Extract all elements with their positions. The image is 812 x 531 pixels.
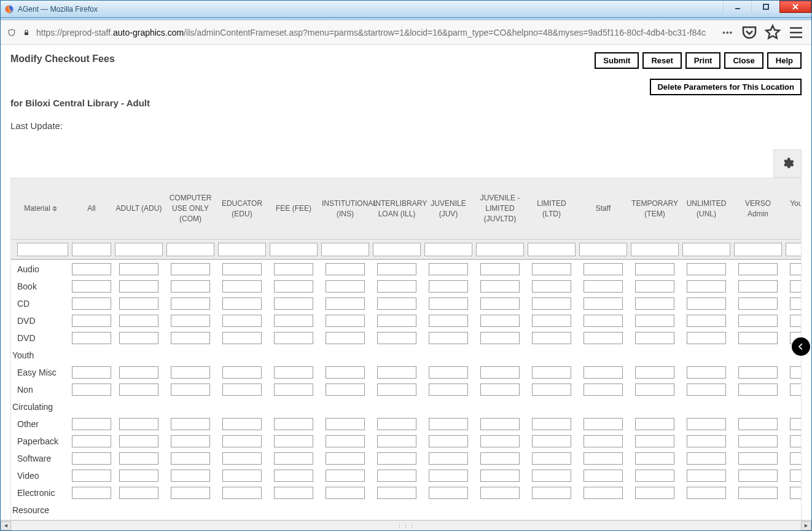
fee-input[interactable] (377, 280, 416, 293)
fee-input[interactable] (532, 452, 571, 465)
fee-input[interactable] (429, 297, 468, 310)
fee-input[interactable] (119, 280, 158, 293)
fee-input[interactable] (119, 418, 158, 430)
fee-input[interactable] (171, 418, 210, 430)
fee-input[interactable] (584, 418, 623, 430)
fee-input[interactable] (790, 315, 802, 327)
fee-input[interactable] (222, 435, 262, 447)
fee-input[interactable] (532, 487, 571, 499)
fee-input[interactable] (377, 418, 416, 430)
fee-input[interactable] (377, 263, 416, 275)
fee-input[interactable] (222, 487, 262, 499)
hamburger-menu-icon[interactable] (787, 23, 805, 42)
close-window-button[interactable] (779, 1, 811, 13)
fee-input[interactable] (584, 452, 623, 465)
column-header[interactable]: Young Adult (YA) (784, 178, 802, 240)
fee-input[interactable] (532, 315, 571, 327)
fee-input[interactable] (119, 452, 158, 465)
fee-input[interactable] (429, 366, 468, 379)
fee-input[interactable] (171, 487, 210, 499)
fee-input[interactable] (171, 452, 210, 465)
page-actions-icon[interactable]: ••• (720, 28, 735, 37)
delete-parameters-button[interactable]: Delete Parameters for This Location (650, 79, 802, 95)
fee-input[interactable] (790, 297, 802, 310)
column-header[interactable]: COMPUTER USE ONLY (COM) (165, 178, 216, 240)
fee-input[interactable] (790, 418, 802, 430)
fee-input[interactable] (738, 435, 778, 447)
fee-input[interactable] (532, 280, 571, 293)
fee-input[interactable] (635, 263, 674, 275)
fee-input[interactable] (584, 435, 623, 447)
fee-input[interactable] (222, 280, 262, 293)
fee-input[interactable] (222, 452, 262, 465)
horizontal-scrollbar[interactable]: ◄ ⋮⋮⋮ ► (1, 520, 811, 530)
fee-input[interactable] (532, 332, 571, 344)
fee-input[interactable] (72, 366, 111, 379)
fee-input[interactable] (119, 487, 158, 499)
fee-input[interactable] (274, 487, 313, 499)
minimize-button[interactable] (723, 1, 751, 13)
reset-button[interactable]: Reset (642, 52, 681, 69)
fee-input[interactable] (326, 280, 365, 293)
fee-input[interactable] (738, 452, 778, 465)
fee-input[interactable] (584, 366, 623, 379)
fee-input[interactable] (738, 366, 778, 379)
column-header[interactable]: Material (11, 178, 70, 240)
fee-input[interactable] (738, 263, 778, 275)
fee-input[interactable] (377, 487, 416, 499)
filter-input[interactable] (373, 243, 421, 256)
address-bar[interactable]: https://preprod-staff.auto-graphics.com/… (36, 28, 715, 37)
fee-input[interactable] (480, 435, 520, 447)
fee-input[interactable] (377, 384, 416, 396)
fee-input[interactable] (326, 263, 365, 275)
fee-input[interactable] (171, 384, 210, 396)
fee-input[interactable] (326, 452, 365, 465)
fee-input[interactable] (171, 435, 210, 447)
fee-input[interactable] (72, 452, 111, 465)
fee-input[interactable] (532, 366, 571, 379)
pocket-icon[interactable] (740, 23, 759, 42)
fee-input[interactable] (635, 435, 674, 447)
fee-input[interactable] (480, 315, 520, 327)
fee-input[interactable] (274, 297, 313, 310)
fee-input[interactable] (687, 297, 726, 310)
fee-input[interactable] (635, 315, 674, 327)
fee-input[interactable] (72, 332, 111, 344)
filter-input[interactable] (734, 243, 782, 256)
fee-input[interactable] (532, 297, 571, 310)
column-header[interactable]: FEE (FEE) (268, 178, 319, 240)
fee-input[interactable] (480, 470, 520, 482)
fee-input[interactable] (119, 366, 158, 379)
filter-input[interactable] (166, 243, 214, 256)
fee-input[interactable] (429, 332, 468, 344)
fee-input[interactable] (274, 452, 313, 465)
fee-input[interactable] (72, 315, 111, 327)
sort-icon[interactable] (52, 206, 57, 211)
fee-input[interactable] (377, 366, 416, 379)
fee-input[interactable] (119, 315, 158, 327)
fee-input[interactable] (274, 366, 313, 379)
fee-input[interactable] (480, 418, 520, 430)
fee-input[interactable] (222, 470, 262, 482)
fee-input[interactable] (584, 280, 623, 293)
filter-input[interactable] (218, 243, 266, 256)
column-header[interactable]: JUVENILE (JUV) (423, 178, 474, 240)
column-header[interactable]: LIMITED (LTD) (526, 178, 577, 240)
fee-input[interactable] (429, 384, 468, 396)
fee-input[interactable] (635, 332, 674, 344)
close-button[interactable]: Close (724, 52, 763, 69)
help-button[interactable]: Help (767, 52, 802, 69)
fee-input[interactable] (480, 487, 520, 499)
fee-input[interactable] (171, 297, 210, 310)
filter-input[interactable] (72, 243, 111, 256)
fee-input[interactable] (635, 452, 674, 465)
fee-input[interactable] (635, 470, 674, 482)
column-header[interactable]: EDUCATOR (EDU) (216, 178, 268, 240)
fee-input[interactable] (480, 366, 520, 379)
fee-input[interactable] (377, 470, 416, 482)
fee-input[interactable] (326, 435, 365, 447)
fee-input[interactable] (429, 452, 468, 465)
fee-input[interactable] (119, 332, 158, 344)
fee-input[interactable] (326, 366, 365, 379)
fee-input[interactable] (72, 435, 111, 447)
